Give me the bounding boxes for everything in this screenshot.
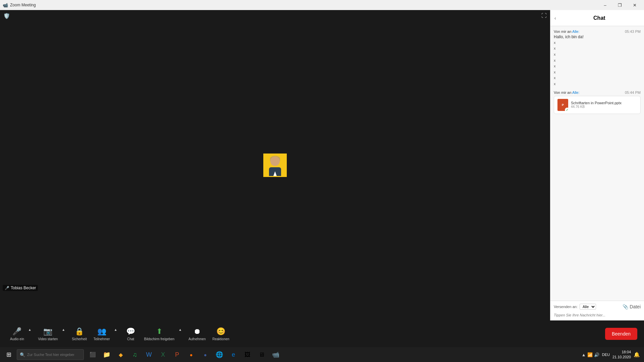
excel-app[interactable]: X <box>156 347 170 362</box>
network-icon: 📶 <box>587 352 593 357</box>
security-button[interactable]: 🔒 Sicherheit <box>68 325 90 343</box>
powerpoint-app[interactable]: P <box>170 347 184 362</box>
share-label: Bildschirm freigeben <box>144 337 175 341</box>
video-label: Video starten <box>38 337 58 341</box>
file-attach-button[interactable]: 📎 Datei <box>623 304 641 309</box>
spotify-app[interactable]: ♫ <box>128 347 142 362</box>
volume-icon[interactable]: 🔊 <box>594 352 599 357</box>
minimize-button[interactable]: – <box>598 0 612 10</box>
avatar-head <box>270 157 280 166</box>
send-to-select[interactable]: Alle <box>580 304 596 310</box>
participants-group: 👥 Teilnehmer ▲ <box>90 325 118 343</box>
end-meeting-button[interactable]: Beenden <box>605 328 637 340</box>
file-size: 44.76 KB <box>571 105 637 109</box>
zoom-toolbar: 🎤 Audio ein ▲ 📷 Video starten ▲ 🔒 Sicher… <box>0 320 644 347</box>
app-12[interactable]: 🖼 <box>241 347 254 362</box>
participants-icon: 👥 <box>97 327 106 336</box>
file-name: Schriftarten in PowerPoint.pptx <box>571 101 637 105</box>
taskbar-clock: 18:04 21.10.2020 <box>612 350 631 360</box>
chat-messages: Von mir an Alle: 05:43 PM Hallo, ich bin… <box>550 26 644 301</box>
reactions-label: Reaktionen <box>212 337 229 341</box>
zoom-app[interactable]: 📹 <box>269 347 282 362</box>
message-input[interactable] <box>554 312 641 318</box>
search-icon: 🔍 <box>20 352 25 357</box>
chat-icon: 💬 <box>126 327 135 336</box>
chat-button[interactable]: 💬 Chat <box>121 325 141 343</box>
file-check-icon: ✓ <box>565 108 570 112</box>
share-icon: ⬆ <box>156 327 162 336</box>
reactions-button[interactable]: 😊 Reaktionen <box>209 325 233 343</box>
chat-label: Chat <box>127 337 134 341</box>
taskbar-date: 21.10.2020 <box>612 355 631 360</box>
record-icon: ⏺ <box>194 327 201 336</box>
audio-muted-icon: 🎤 <box>12 327 21 336</box>
expand-icon[interactable]: ⛶ <box>541 13 547 19</box>
audio-button[interactable]: 🎤 Audio ein <box>7 325 28 343</box>
audio-label: Audio ein <box>10 337 24 341</box>
taskbar-search-input[interactable] <box>27 353 74 357</box>
chat-footer: Versenden an: Alle 📎 Datei <box>550 301 644 320</box>
attachment-icon: 📎 <box>623 304 628 309</box>
app-9[interactable]: ● <box>199 347 212 362</box>
zoom-logo-icon: 📹 <box>3 3 8 8</box>
video-button[interactable]: 📷 Video starten <box>35 325 61 343</box>
participants-dropdown-arrow[interactable]: ▲ <box>113 328 118 331</box>
app-8[interactable]: ● <box>184 347 198 362</box>
reactions-icon: 😊 <box>216 327 225 336</box>
video-group: 📷 Video starten ▲ <box>35 325 66 343</box>
chat-msg-2-header: Von mir an Alle: 05:44 PM <box>554 90 641 95</box>
taskbar-search[interactable]: 🔍 <box>17 349 84 360</box>
chat-msg-1-time: 05:43 PM <box>625 29 641 34</box>
windows-logo-icon: ⊞ <box>6 351 11 358</box>
chat-header: ‹ Chat <box>550 10 644 26</box>
close-button[interactable]: ✕ <box>628 0 641 10</box>
chat-msg-1-text: Hallo, ich bin da! <box>554 34 641 40</box>
audio-dropdown-arrow[interactable]: ▲ <box>28 328 32 331</box>
chat-panel: ‹ Chat Von mir an Alle: 05:43 PM Hallo, … <box>550 10 644 320</box>
taskview-button[interactable]: ⬛ <box>86 347 99 362</box>
notification-icon[interactable]: 🔔 <box>634 352 640 358</box>
title-bar-controls: – ❐ ✕ <box>598 0 641 10</box>
keyboard-lang: DEU <box>602 353 610 357</box>
security-icon: 🔒 <box>75 327 84 336</box>
record-button[interactable]: ⏺ Aufnehmen <box>185 325 209 343</box>
explorer-app[interactable]: 📁 <box>100 347 113 362</box>
restore-button[interactable]: ❐ <box>613 0 627 10</box>
shield-icon: 🛡️ <box>3 13 10 19</box>
pptx-icon: P ✓ <box>557 99 568 111</box>
share-dropdown-arrow[interactable]: ▲ <box>178 328 182 331</box>
record-label: Aufnehmen <box>189 337 206 341</box>
chat-msg-2-sender: Von mir an Alle: <box>554 90 579 95</box>
participants-button[interactable]: 👥 Teilnehmer <box>90 325 113 343</box>
share-group: ⬆ Bildschirm freigeben ▲ <box>141 325 183 343</box>
participant-video-tile <box>263 154 287 177</box>
video-area: 🛡️ ⛶ 🎤 Tobias Becker <box>0 10 550 320</box>
send-to-label: Versenden an: <box>554 305 578 309</box>
sys-tray: ▲ 📶 🔊 <box>582 352 599 357</box>
title-bar-left: 📹 Zoom Meeting <box>3 3 36 8</box>
app-3[interactable]: ◆ <box>114 347 127 362</box>
taskbar-right: ▲ 📶 🔊 DEU 18:04 21.10.2020 🔔 <box>582 350 643 360</box>
chrome-app[interactable]: 🌐 <box>213 347 226 362</box>
main-layout: 🛡️ ⛶ 🎤 Tobias Becker ‹ Chat <box>0 10 644 320</box>
video-dropdown-arrow[interactable]: ▲ <box>61 328 66 331</box>
chat-message-2: Von mir an Alle: 05:44 PM P ✓ Schriftart… <box>554 90 641 114</box>
word-app[interactable]: W <box>142 347 156 362</box>
security-label: Sicherheit <box>72 337 87 341</box>
participants-label: Teilnehmer <box>94 337 110 341</box>
video-off-icon: 📷 <box>43 327 52 336</box>
share-button[interactable]: ⬆ Bildschirm freigeben <box>141 325 178 343</box>
title-bar: 📹 Zoom Meeting – ❐ ✕ <box>0 0 644 10</box>
edge-app[interactable]: e <box>227 347 240 362</box>
app-13[interactable]: 🖥 <box>255 347 268 362</box>
chat-collapse-button[interactable]: ‹ <box>554 15 556 21</box>
file-attachment[interactable]: P ✓ Schriftarten in PowerPoint.pptx 44.7… <box>554 96 641 114</box>
file-info: Schriftarten in PowerPoint.pptx 44.76 KB <box>571 101 637 109</box>
windows-taskbar: ⊞ 🔍 ⬛ 📁 ◆ ♫ W X P ● ● 🌐 e 🖼 🖥 📹 ▲ 📶 🔊 DE… <box>0 347 644 362</box>
window-title: Zoom Meeting <box>10 3 36 7</box>
mic-muted-icon: 🎤 <box>5 286 9 290</box>
start-button[interactable]: ⊞ <box>1 347 16 362</box>
chat-message-1: Von mir an Alle: 05:43 PM Hallo, ich bin… <box>554 29 641 87</box>
send-to-row: Versenden an: Alle 📎 Datei <box>554 304 641 310</box>
chevron-up-icon[interactable]: ▲ <box>582 352 586 357</box>
